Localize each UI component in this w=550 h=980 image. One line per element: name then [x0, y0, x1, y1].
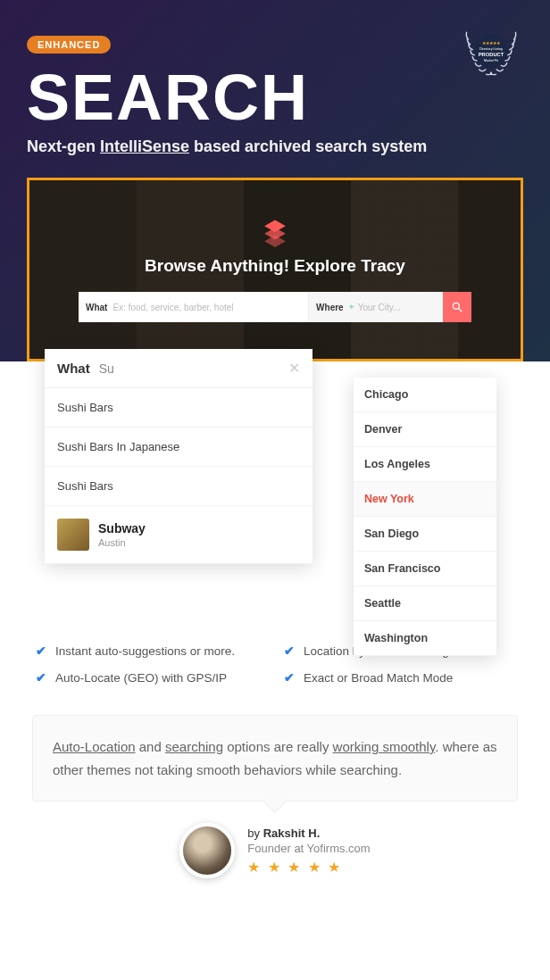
testimonial-author: by Rakshit H. Founder at Yofirms.com ★ ★… [0, 801, 550, 914]
subtitle-pre: Next-gen [27, 137, 100, 155]
result-location: Austin [98, 537, 146, 548]
quote-u2: searching [165, 739, 223, 754]
author-role: Founder at Yofirms.com [247, 842, 370, 855]
subtitle-post: based archived search system [189, 137, 427, 155]
search-where-field[interactable]: Where ⌖ Your City... [308, 292, 443, 322]
demo-searchbar: What Ex: food, service, barber, hotel Wh… [79, 292, 471, 322]
city-item-active[interactable]: New York [354, 482, 496, 517]
city-item[interactable]: Washington [354, 621, 496, 656]
svg-point-5 [453, 303, 459, 309]
feature-item: ✔Exact or Broad Match Mode [284, 670, 514, 685]
feature-text: Exact or Broad Match Mode [304, 671, 453, 685]
suggestion-item[interactable]: Sushi Bars [45, 388, 312, 428]
check-icon: ✔ [284, 644, 295, 658]
city-item[interactable]: Los Angeles [354, 447, 496, 482]
quote-t2: options are really [223, 739, 333, 754]
enhanced-badge: ENHANCED [27, 36, 111, 54]
search-what-placeholder: Ex: food, service, barber, hotel [112, 303, 233, 312]
search-what-label: What [86, 303, 107, 312]
what-suggestions-dropdown: What Su ✕ Sushi Bars Sushi Bars In Japan… [45, 349, 312, 564]
search-where-label: Where [316, 303, 344, 312]
search-what-field[interactable]: What Ex: food, service, barber, hotel [79, 292, 308, 322]
city-item[interactable]: Chicago [354, 378, 496, 412]
city-item[interactable]: San Diego [354, 517, 496, 552]
hero-banner: ENHANCED SEARCH Next-gen IntelliSense ba… [0, 0, 550, 361]
subtitle-highlight: IntelliSense [100, 137, 189, 155]
city-item[interactable]: San Francisco [354, 552, 496, 586]
feature-text: Auto-Locate (GEO) with GPS/IP [55, 671, 227, 685]
check-icon: ✔ [284, 670, 295, 685]
dropdown-area: What Su ✕ Sushi Bars Sushi Bars In Japan… [0, 361, 550, 620]
suggestion-item[interactable]: Sushi Bars [45, 467, 312, 506]
search-button[interactable] [443, 292, 471, 322]
svg-point-0 [474, 35, 507, 68]
author-avatar [179, 823, 235, 878]
svg-text:Market Fit: Market Fit [484, 59, 498, 62]
city-item[interactable]: Seattle [354, 586, 496, 621]
result-thumbnail [57, 519, 89, 551]
testimonial-text: Auto-Location and searching options are … [53, 735, 497, 781]
svg-text:★★★★★: ★★★★★ [482, 40, 501, 46]
svg-text:PRODUCT: PRODUCT [479, 52, 504, 57]
suggestion-item[interactable]: Sushi Bars In Japanese [45, 428, 312, 467]
city-item[interactable]: Denver [354, 412, 496, 447]
page-title: SEARCH [27, 61, 523, 134]
where-suggestions-dropdown: Chicago Denver Los Angeles New York San … [354, 378, 496, 656]
feature-item: ✔Auto-Locate (GEO) with GPS/IP [36, 670, 266, 685]
check-icon: ✔ [36, 644, 46, 658]
svg-line-6 [459, 309, 462, 312]
check-icon: ✔ [36, 670, 46, 685]
quote-u1: Auto-Location [53, 739, 136, 754]
suggestion-item-rich[interactable]: Subway Austin [45, 506, 312, 564]
svg-text:Directory Listing: Directory Listing [479, 47, 503, 51]
what-dropdown-label: What [57, 361, 90, 376]
demo-hero-bg: Browse Anything! Explore Tracy What Ex: … [29, 180, 521, 359]
stack-logo-icon [260, 217, 290, 247]
result-name: Subway [98, 521, 146, 536]
what-dropdown-header: What Su ✕ [45, 349, 312, 388]
location-target-icon: ⌖ [349, 302, 354, 312]
author-meta: by Rakshit H. Founder at Yofirms.com ★ ★… [247, 826, 370, 876]
product-badge: ★★★★★ Directory Listing PRODUCT Market F… [459, 27, 523, 91]
what-query-text: Su [99, 361, 288, 376]
demo-heading: Browse Anything! Explore Tracy [145, 256, 405, 276]
clear-icon[interactable]: ✕ [288, 360, 300, 377]
quote-u3: working smoothly [333, 739, 436, 754]
search-icon [451, 301, 463, 313]
feature-text: Instant auto-suggestions or more. [55, 644, 235, 658]
testimonial-box: Auto-Location and searching options are … [32, 715, 518, 801]
page-subtitle: Next-gen IntelliSense based archived sea… [27, 137, 523, 156]
search-demo-screenshot: Browse Anything! Explore Tracy What Ex: … [27, 178, 523, 361]
quote-t1: and [136, 739, 165, 754]
feature-item: ✔Instant auto-suggestions or more. [36, 644, 266, 658]
author-name: by Rakshit H. [247, 826, 370, 840]
rating-stars: ★ ★ ★ ★ ★ [247, 859, 370, 876]
search-where-placeholder: Your City... [358, 303, 401, 312]
